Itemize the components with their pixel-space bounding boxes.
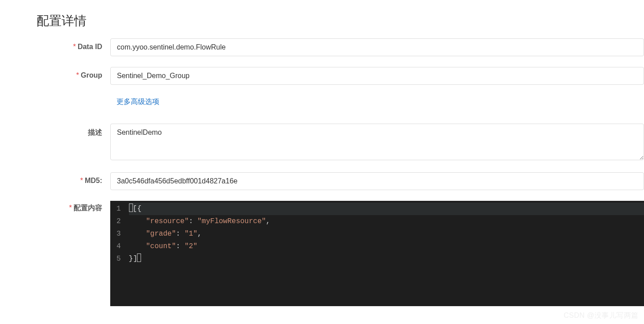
line-number: 3 — [116, 228, 121, 240]
line-number: 2 — [116, 215, 121, 228]
row-group: *Group — [37, 67, 644, 85]
config-form: *Data ID *Group 更多高级选项 描述 SentinelDemo *… — [0, 38, 644, 306]
label-data-id: *Data ID — [37, 38, 110, 51]
label-description-text: 描述 — [88, 129, 102, 136]
data-id-input[interactable] — [110, 38, 644, 56]
group-input[interactable] — [110, 67, 644, 85]
page-title: 配置详情 — [0, 0, 644, 38]
required-mark: * — [73, 43, 76, 50]
required-mark: * — [69, 204, 72, 212]
label-data-id-text: Data ID — [78, 43, 102, 50]
label-md5: *MD5: — [37, 172, 110, 185]
row-description: 描述 SentinelDemo — [37, 124, 644, 162]
code-line[interactable]: "grade": "1", — [129, 228, 644, 240]
label-md5-text: MD5: — [85, 177, 102, 184]
row-md5: *MD5: — [37, 172, 644, 190]
code-line[interactable]: "count": "2" — [129, 240, 644, 253]
label-description: 描述 — [37, 124, 110, 137]
code-line[interactable]: "resource": "myFlowResource", — [129, 215, 644, 228]
line-number: 5 — [116, 253, 121, 265]
required-mark: * — [76, 71, 79, 79]
row-data-id: *Data ID — [37, 38, 644, 56]
more-options-link[interactable]: 更多高级选项 — [110, 96, 159, 107]
label-content: *配置内容 — [37, 201, 110, 213]
md5-input[interactable] — [110, 172, 644, 190]
code-line[interactable]: }] — [129, 253, 644, 265]
label-group: *Group — [37, 67, 110, 79]
description-input[interactable]: SentinelDemo — [110, 124, 644, 160]
code-gutter: 1 2 3 4 5 — [110, 201, 129, 306]
label-group-text: Group — [81, 71, 102, 79]
code-content[interactable]: [{ "resource": "myFlowResource", "grade"… — [129, 201, 644, 306]
code-line[interactable]: [{ — [129, 203, 644, 215]
line-number: 1 — [116, 203, 121, 215]
required-mark: * — [80, 177, 83, 184]
content-code-editor[interactable]: 1 2 3 4 5 [{ "resource": "myFlowResource… — [110, 201, 644, 306]
row-content: *配置内容 1 2 3 4 5 [{ "resource": "myFlowRe… — [37, 201, 644, 306]
watermark: CSDN @没事儿写两篇 — [564, 311, 639, 320]
row-more-options: 更多高级选项 — [37, 96, 644, 107]
label-content-text: 配置内容 — [74, 204, 102, 212]
line-number: 4 — [116, 240, 121, 253]
